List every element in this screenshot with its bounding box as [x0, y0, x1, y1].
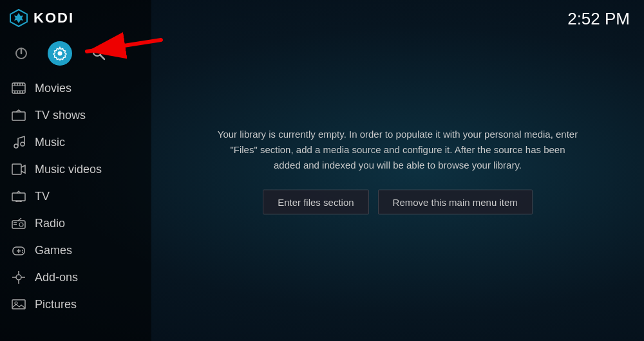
musicvideos-icon — [12, 162, 26, 176]
tvshows-label: TV shows — [35, 109, 86, 122]
sidebar: KODI — [0, 0, 151, 341]
search-button[interactable] — [86, 41, 111, 66]
tv-icon — [12, 189, 26, 203]
kodi-icon — [9, 8, 28, 28]
power-button[interactable] — [9, 41, 33, 66]
power-icon — [14, 46, 28, 60]
svg-point-27 — [19, 223, 23, 226]
addons-label: Add-ons — [35, 271, 78, 284]
svg-line-6 — [100, 55, 105, 59]
sidebar-item-musicvideos[interactable]: Music videos — [0, 156, 151, 183]
svg-rect-7 — [12, 83, 25, 93]
tv-label: TV — [35, 190, 50, 203]
library-area: Your library is currently empty. In orde… — [205, 127, 591, 215]
movies-label: Movies — [35, 82, 71, 95]
library-message: Your library is currently empty. In orde… — [205, 127, 591, 173]
radio-icon — [12, 216, 26, 230]
settings-button[interactable] — [48, 41, 72, 66]
sidebar-item-movies[interactable]: Movies — [0, 75, 151, 102]
music-label: Music — [35, 136, 65, 149]
svg-point-35 — [16, 275, 21, 280]
sidebar-item-addons[interactable]: Add-ons — [0, 264, 151, 291]
header-icons-row — [0, 35, 151, 71]
svg-rect-40 — [12, 300, 25, 309]
sidebar-item-games[interactable]: Games — [0, 237, 151, 264]
navigation-menu: Movies TV shows Music Music videos — [0, 71, 151, 318]
sidebar-item-tv[interactable]: TV — [0, 183, 151, 210]
enter-files-button[interactable]: Enter files section — [263, 190, 368, 215]
games-icon — [12, 243, 26, 257]
sidebar-item-tvshows[interactable]: TV shows — [0, 102, 151, 129]
radio-label: Radio — [35, 217, 65, 230]
svg-rect-21 — [12, 164, 21, 174]
svg-point-20 — [21, 142, 24, 146]
kodi-logo-bar: KODI — [0, 0, 151, 35]
musicvideos-label: Music videos — [35, 163, 102, 176]
sidebar-item-radio[interactable]: Radio — [0, 210, 151, 237]
svg-point-19 — [14, 144, 18, 148]
svg-point-4 — [58, 51, 62, 55]
svg-point-34 — [22, 252, 23, 253]
kodi-title: KODI — [33, 10, 74, 26]
sidebar-item-pictures[interactable]: Pictures — [0, 291, 151, 318]
search-icon — [91, 46, 106, 60]
svg-rect-22 — [12, 193, 25, 201]
games-label: Games — [35, 244, 72, 257]
svg-rect-18 — [12, 112, 25, 120]
time-display: 2:52 PM — [567, 9, 630, 29]
sidebar-item-music[interactable]: Music — [0, 129, 151, 156]
tvshows-icon — [12, 108, 26, 122]
main-content: 2:52 PM Your library is currently empty.… — [151, 0, 644, 341]
kodi-logo: KODI — [9, 8, 74, 28]
remove-menu-item-button[interactable]: Remove this main menu item — [378, 190, 533, 215]
music-icon — [12, 135, 26, 149]
library-buttons: Enter files section Remove this main men… — [205, 190, 591, 215]
pictures-icon — [12, 297, 26, 311]
svg-point-33 — [22, 250, 23, 251]
addons-icon — [12, 270, 26, 284]
movies-icon — [12, 81, 26, 95]
settings-icon — [53, 46, 67, 60]
pictures-label: Pictures — [35, 298, 77, 311]
svg-marker-1 — [14, 13, 23, 23]
